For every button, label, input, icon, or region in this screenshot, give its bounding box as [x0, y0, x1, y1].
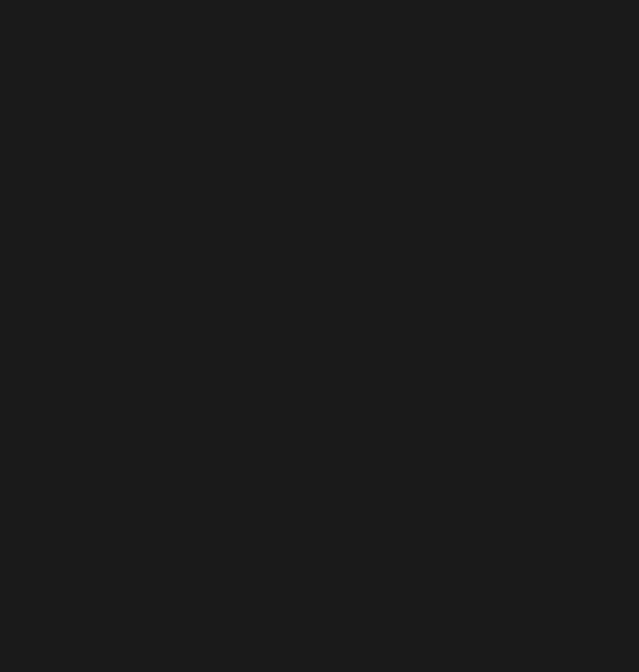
mind-map — [0, 0, 639, 672]
